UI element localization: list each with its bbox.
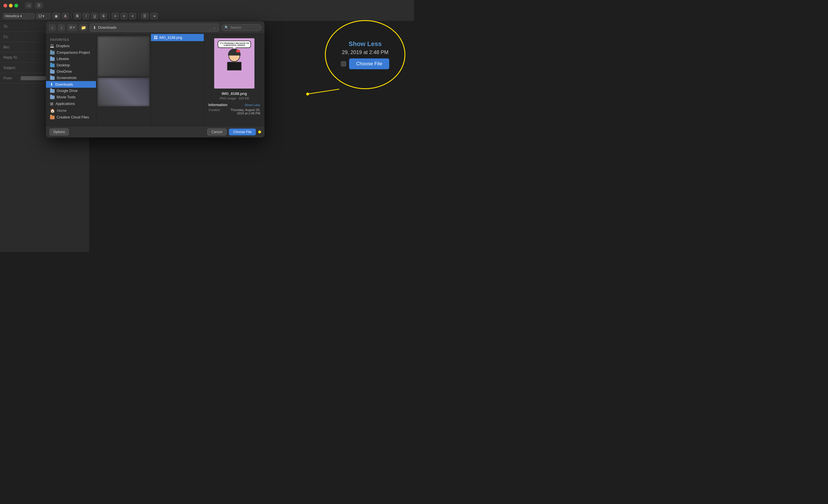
sidebar-item-label: Google Drive — [57, 89, 78, 93]
list-icon-button[interactable]: ☰ — [35, 2, 43, 9]
speech-text: IT'S PROBABLY BECAUSE I'M A BEAUTIFUL GE… — [220, 42, 249, 46]
align-center-button[interactable]: ≡ — [120, 13, 127, 19]
indent-button[interactable]: ⇥ — [150, 13, 158, 19]
sidebar-item-label: Movie Tools — [57, 95, 76, 99]
search-placeholder: Search — [230, 26, 241, 30]
font-name: Helvetica — [5, 14, 19, 18]
dialog-view-button[interactable]: ⊞ ▾ — [67, 24, 77, 31]
svg-line-0 — [307, 89, 339, 94]
location-chevron-icon: ⌄ — [213, 25, 216, 30]
bcc-label: Bcc: — [3, 45, 21, 49]
callout-date-text: 29, 2019 at 2:48 PM — [342, 49, 388, 55]
location-bar[interactable]: ⬇ Downloads ⌄ — [90, 24, 219, 32]
choose-file-button[interactable]: Choose File — [229, 128, 256, 135]
minimize-button[interactable] — [9, 4, 13, 7]
home-icon: 🏠 — [50, 109, 55, 113]
info-created-value: Thursday, August 29, 2019 at 2:48 PM — [226, 108, 260, 115]
chevron-down-icon: ▾ — [73, 26, 75, 29]
sidebar-item-movietools[interactable]: Movie Tools — [46, 94, 96, 100]
speech-bubble: IT'S PROBABLY BECAUSE I'M A BEAUTIFUL GE… — [218, 41, 251, 48]
folder-icon — [50, 95, 55, 99]
sidebar: Favorites 🗳 Dropbox Comparisons Project … — [46, 34, 96, 126]
maximize-button[interactable] — [14, 4, 18, 7]
downloads-icon: ⬇ — [93, 25, 96, 30]
dropbox-icon: 🗳 — [50, 44, 54, 48]
options-button[interactable]: Options — [49, 128, 69, 135]
sidebar-item-lifewire[interactable]: Lifewire — [46, 56, 96, 62]
sidebar-item-onedrive[interactable]: OneDrive — [46, 69, 96, 75]
preview-fileinfo: PNG image · 165 KB — [220, 97, 249, 100]
cc-label: Cc: — [3, 35, 21, 39]
thumbnail-item-2[interactable] — [97, 78, 150, 107]
sidebar-item-label: OneDrive — [57, 70, 72, 74]
info-row-created: Created Thursday, August 29, 2019 at 2:4… — [208, 108, 260, 115]
cancel-button[interactable]: Cancel — [207, 128, 226, 135]
thumbnail-blur-2 — [97, 78, 150, 107]
search-icon: 🔍 — [224, 26, 229, 29]
sidebar-item-label: Applications — [55, 102, 75, 106]
thumbnail-item-1[interactable] — [97, 36, 150, 77]
text-color-button[interactable]: A — [62, 13, 69, 19]
traffic-lights — [3, 4, 18, 7]
close-button[interactable] — [3, 4, 7, 7]
chevron-down-icon: ▾ — [20, 14, 22, 18]
callout-show-less-label[interactable]: Show Less — [349, 40, 382, 48]
sidebar-item-applications[interactable]: ⊞ Applications — [46, 100, 96, 107]
callout-circle: Show Less 29, 2019 at 2:48 PM Choose Fil… — [325, 20, 405, 89]
show-less-button[interactable]: Show Less — [245, 103, 260, 107]
chevron-down-icon: ▾ — [43, 14, 44, 18]
sidebar-item-label: Comparisons Project — [57, 51, 90, 55]
folder-icon — [50, 76, 55, 80]
sidebar-item-home[interactable]: 🏠 Home — [46, 107, 96, 114]
align-left-button[interactable]: ≡ — [112, 13, 119, 19]
font-selector[interactable]: Helvetica ▾ — [3, 13, 35, 19]
sidebar-item-dropbox[interactable]: 🗳 Dropbox — [46, 43, 96, 49]
info-label: Information — [208, 103, 227, 107]
yellow-dot-indicator — [258, 130, 261, 133]
preview-info-header: Information Show Less — [208, 103, 260, 107]
sidebar-item-comparisons[interactable]: Comparisons Project — [46, 49, 96, 56]
arrow-svg — [259, 11, 414, 100]
preview-area: IT'S PROBABLY BECAUSE I'M A BEAUTIFUL GE… — [204, 34, 264, 126]
sidebar-item-downloads[interactable]: ⬇ Downloads — [46, 81, 96, 88]
callout-choose-file-button[interactable]: Choose File — [349, 58, 389, 69]
file-list-area: 🖼 IMG_8188.png IT'S PROBABLY BECAUSE I'M… — [96, 34, 264, 126]
info-created-key: Created — [208, 108, 220, 112]
folder-icon — [50, 57, 55, 61]
character — [227, 50, 242, 71]
callout-checkbox[interactable] — [341, 61, 346, 67]
sidebar-item-screenshots[interactable]: Screenshots — [46, 75, 96, 81]
strikethrough-button[interactable]: S — [100, 13, 107, 19]
font-size-selector[interactable]: 12 ▾ — [36, 13, 51, 19]
preview-info-section: Information Show Less Created Thursday, … — [208, 103, 260, 115]
sidebar-item-googledrive[interactable]: Google Drive — [46, 88, 96, 94]
file-list-column: 🖼 IMG_8188.png — [151, 34, 204, 126]
sidebar-item-label: Dropbox — [56, 44, 70, 48]
character-bow — [236, 50, 240, 53]
to-label: To: — [3, 25, 21, 29]
character-head — [229, 50, 240, 62]
sidebar-item-label: Downloads — [55, 83, 73, 87]
formatting-toolbar: Helvetica ▾ 12 ▾ ▣ A B I U S ≡ ≡ ≡ ☰ ⇥ — [0, 11, 414, 21]
dialog-back-button[interactable]: ‹ — [49, 24, 56, 31]
color-button[interactable]: ▣ — [52, 13, 60, 19]
comic-illustration: IT'S PROBABLY BECAUSE I'M A BEAUTIFUL GE… — [214, 38, 254, 89]
underline-button[interactable]: U — [91, 13, 98, 19]
dialog-folder-button[interactable]: 📁 — [79, 24, 87, 31]
folder-icon — [50, 70, 55, 74]
file-item-img8188[interactable]: 🖼 IMG_8188.png — [151, 34, 204, 41]
sidebar-item-creative[interactable]: Creative Cloud Files — [46, 114, 96, 121]
back-icon-button[interactable]: ◁ — [25, 2, 32, 9]
bold-button[interactable]: B — [74, 13, 81, 19]
search-bar[interactable]: 🔍 Search — [221, 24, 262, 31]
sidebar-section-label: Favorites — [46, 37, 96, 43]
list-button[interactable]: ☰ — [141, 13, 149, 19]
sidebar-item-label: Screenshots — [57, 76, 77, 80]
preview-filename: IMG_8188.png — [222, 91, 247, 96]
sidebar-item-desktop[interactable]: Desktop — [46, 62, 96, 69]
italic-button[interactable]: I — [83, 13, 89, 19]
align-right-button[interactable]: ≡ — [129, 13, 136, 19]
character-shirt — [227, 62, 242, 71]
dialog-forward-button[interactable]: › — [58, 24, 65, 31]
grid-icon: ⊞ — [70, 26, 72, 29]
